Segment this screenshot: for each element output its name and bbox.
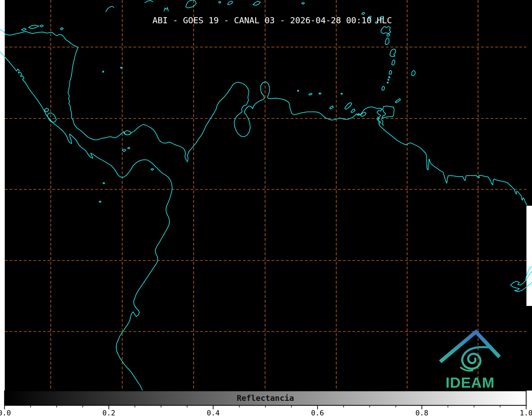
colorbar-title: Reflectancia [237, 393, 294, 403]
map-svg: ABI - GOES 19 - CANAL 03 - 2026-04-28 00… [0, 0, 532, 417]
logo-wordmark: IDEAM [445, 374, 494, 391]
colorbar-tick-label: 0.6 [311, 409, 324, 417]
colorbar: 0.00.20.40.60.81.0 Reflectancia [0, 391, 532, 417]
no-data-strip-right [526, 206, 532, 306]
colorbar-ticks [4, 405, 526, 409]
image-title: ABI - GOES 19 - CANAL 03 - 2026-04-28 00… [152, 15, 392, 25]
colorbar-tick-label: 0.2 [102, 409, 115, 417]
colorbar-tick-label: 0.8 [415, 409, 428, 417]
colorbar-tick-label: 0.4 [207, 409, 220, 417]
no-data-strip-left [0, 0, 5, 391]
colorbar-tick-label: 1.0 [520, 409, 532, 417]
map-background [0, 0, 532, 391]
colorbar-tick-label: 0.0 [0, 409, 11, 417]
colorbar-tick-labels: 0.00.20.40.60.81.0 [0, 409, 532, 417]
satellite-figure: ABI - GOES 19 - CANAL 03 - 2026-04-28 00… [0, 0, 532, 417]
